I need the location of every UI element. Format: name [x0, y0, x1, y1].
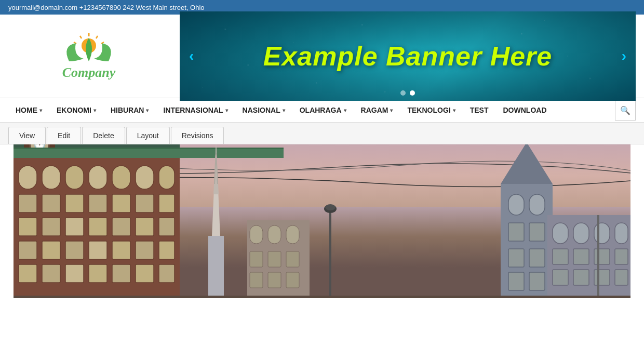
- nav-items: HOME ▾ EKONOMI ▾ HIBURAN ▾ INTERNASIONAL…: [8, 98, 615, 123]
- svg-rect-21: [136, 194, 154, 212]
- svg-rect-27: [112, 218, 130, 236]
- church-tower: [501, 184, 553, 298]
- nav-item-home[interactable]: HOME ▾: [8, 98, 49, 123]
- church-spire: [501, 144, 553, 184]
- svg-rect-13: [112, 166, 130, 189]
- svg-rect-36: [159, 241, 175, 259]
- svg-rect-19: [89, 194, 107, 212]
- svg-rect-46: [208, 236, 224, 298]
- svg-rect-62: [529, 194, 545, 215]
- svg-line-4: [80, 36, 82, 38]
- chevron-down-icon: ▾: [93, 108, 96, 113]
- tab-delete[interactable]: Delete: [82, 127, 125, 144]
- building-right: [547, 215, 630, 298]
- search-button[interactable]: 🔍: [615, 100, 636, 121]
- spire-svg: [190, 144, 242, 298]
- svg-rect-41: [112, 264, 130, 283]
- svg-rect-43: [159, 264, 175, 283]
- svg-rect-53: [268, 225, 281, 244]
- svg-rect-59: [268, 272, 281, 288]
- main-content: 🕐: [0, 144, 644, 298]
- nav-item-download[interactable]: DOWNLOAD: [496, 98, 554, 123]
- search-icon: 🔍: [620, 105, 630, 115]
- banner-prev-button[interactable]: ‹: [184, 45, 199, 67]
- svg-rect-60: [286, 272, 299, 288]
- header: Company ‹ Example Banner Here ›: [0, 15, 644, 98]
- svg-rect-76: [615, 249, 628, 264]
- tab-edit[interactable]: Edit: [47, 127, 81, 144]
- svg-rect-72: [615, 223, 628, 244]
- svg-rect-75: [594, 249, 610, 264]
- banner-dot-1[interactable]: [400, 90, 406, 96]
- chevron-down-icon: ▾: [344, 108, 346, 113]
- svg-rect-29: [159, 218, 175, 236]
- building-windows-svg: [14, 158, 180, 293]
- admin-tabs: View Edit Delete Layout Revisions: [0, 123, 644, 144]
- chevron-down-icon: ▾: [146, 108, 149, 113]
- svg-rect-11: [65, 166, 84, 189]
- svg-rect-80: [615, 270, 628, 285]
- chevron-down-icon: ▾: [390, 108, 393, 113]
- svg-rect-64: [529, 223, 545, 241]
- svg-rect-25: [65, 218, 84, 236]
- svg-rect-24: [42, 218, 60, 236]
- tab-revisions[interactable]: Revisions: [171, 127, 224, 144]
- svg-rect-22: [159, 194, 175, 212]
- hero-image: 🕐: [14, 144, 630, 298]
- tab-view[interactable]: View: [8, 127, 46, 144]
- svg-text:Company: Company: [62, 65, 116, 80]
- chevron-down-icon: ▾: [283, 108, 285, 113]
- svg-rect-74: [573, 249, 589, 264]
- svg-rect-63: [508, 223, 524, 241]
- svg-rect-68: [529, 272, 545, 290]
- lamp-post-svg: [320, 194, 341, 298]
- nav-item-teknologi[interactable]: TEKNOLOGI ▾: [400, 98, 462, 123]
- svg-rect-34: [112, 241, 130, 259]
- nav-item-nasional[interactable]: NASIONAL ▾: [235, 98, 292, 123]
- svg-rect-49: [329, 210, 331, 298]
- svg-rect-52: [250, 225, 263, 244]
- svg-rect-32: [65, 241, 84, 259]
- svg-rect-69: [553, 223, 568, 244]
- nav-item-hiburan[interactable]: HIBURAN ▾: [103, 98, 156, 123]
- svg-rect-54: [286, 225, 299, 244]
- svg-rect-40: [89, 264, 107, 283]
- banner-dot-2[interactable]: [410, 90, 415, 96]
- svg-point-51: [325, 204, 336, 210]
- svg-rect-67: [508, 272, 524, 290]
- svg-rect-78: [573, 270, 589, 285]
- svg-rect-57: [286, 251, 299, 267]
- svg-rect-56: [268, 251, 281, 267]
- svg-rect-16: [19, 194, 37, 212]
- svg-rect-12: [89, 166, 107, 189]
- svg-rect-66: [529, 249, 545, 267]
- nav-item-olahraga[interactable]: OLAHRAGA ▾: [292, 98, 354, 123]
- svg-rect-70: [573, 223, 589, 244]
- svg-rect-55: [250, 251, 263, 267]
- svg-rect-17: [42, 194, 60, 212]
- svg-rect-31: [42, 241, 60, 259]
- svg-rect-10: [42, 166, 60, 189]
- banner-text: Example Banner Here: [263, 41, 553, 72]
- banner-next-button[interactable]: ›: [616, 45, 632, 67]
- nav-item-ragam[interactable]: RAGAM ▾: [354, 98, 400, 123]
- svg-rect-20: [112, 194, 130, 212]
- svg-line-2: [96, 36, 98, 38]
- svg-rect-37: [19, 264, 37, 283]
- svg-rect-9: [19, 166, 37, 189]
- svg-rect-26: [89, 218, 107, 236]
- nav-item-ekonomi[interactable]: EKONOMI ▾: [49, 98, 103, 123]
- svg-rect-38: [42, 264, 60, 283]
- nav-item-test[interactable]: TEST: [463, 98, 496, 123]
- svg-rect-71: [594, 223, 610, 244]
- tab-layout[interactable]: Layout: [126, 127, 170, 144]
- logo-area: Company: [8, 22, 169, 90]
- nav-item-internasional[interactable]: INTERNASIONAL ▾: [156, 98, 235, 123]
- svg-rect-30: [19, 241, 37, 259]
- svg-rect-73: [553, 249, 568, 264]
- nav-bar: HOME ▾ EKONOMI ▾ HIBURAN ▾ INTERNASIONAL…: [0, 98, 644, 123]
- svg-rect-79: [594, 270, 610, 285]
- svg-rect-42: [136, 264, 154, 283]
- svg-rect-61: [508, 194, 524, 215]
- svg-rect-14: [136, 166, 154, 189]
